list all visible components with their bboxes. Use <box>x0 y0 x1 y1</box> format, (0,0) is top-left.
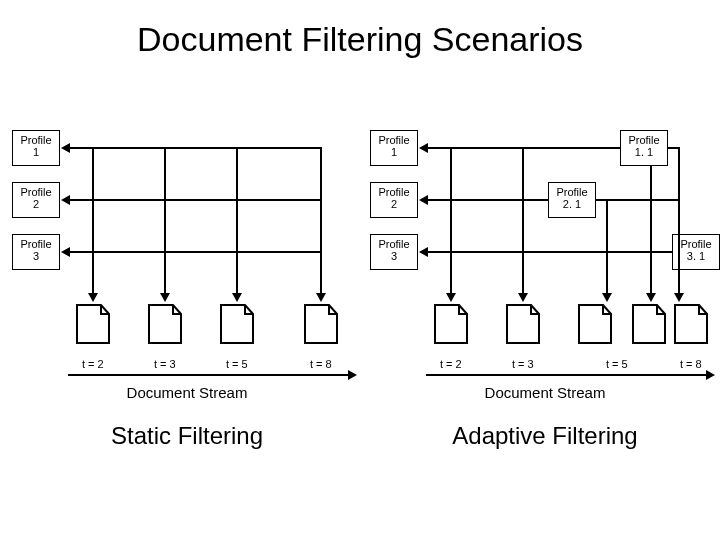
arrow-head <box>316 293 326 302</box>
static-filtering-label: Static Filtering <box>12 422 362 450</box>
connector <box>428 147 620 149</box>
connector <box>236 147 238 293</box>
time-label: t = 8 <box>680 358 702 370</box>
arrow-head <box>88 293 98 302</box>
time-label: t = 2 <box>440 358 462 370</box>
arrow-head <box>348 370 357 380</box>
arrow-head <box>706 370 715 380</box>
static-filtering-panel: Profile1 Profile2 Profile3 t = 2 t = 3 t… <box>12 130 362 490</box>
arrow-head <box>419 195 428 205</box>
time-label: t = 5 <box>226 358 248 370</box>
adaptive-filtering-label: Adaptive Filtering <box>370 422 720 450</box>
document-icon <box>506 304 540 344</box>
time-label: t = 3 <box>154 358 176 370</box>
profile-2-box: Profile2 <box>370 182 418 218</box>
time-axis <box>68 374 348 376</box>
document-icon <box>148 304 182 344</box>
connector <box>70 147 322 149</box>
profile-3-box: Profile3 <box>12 234 60 270</box>
arrow-head <box>446 293 456 302</box>
time-label: t = 8 <box>310 358 332 370</box>
document-icon <box>674 304 708 344</box>
arrow-head <box>646 293 656 302</box>
connector <box>522 147 524 293</box>
connector <box>678 147 680 293</box>
connector <box>320 147 322 293</box>
document-stream-label: Document Stream <box>12 384 362 401</box>
document-stream-label: Document Stream <box>370 384 720 401</box>
arrow-head <box>61 195 70 205</box>
document-icon <box>220 304 254 344</box>
adaptive-filtering-panel: Profile1 Profile2 Profile3 Profile1. 1 P… <box>370 130 720 490</box>
connector <box>428 251 672 253</box>
connector <box>596 199 680 201</box>
time-label: t = 3 <box>512 358 534 370</box>
document-icon <box>578 304 612 344</box>
arrow-head <box>61 247 70 257</box>
profile-1-box: Profile1 <box>370 130 418 166</box>
arrow-head <box>518 293 528 302</box>
arrow-head <box>61 143 70 153</box>
arrow-head <box>602 293 612 302</box>
connector <box>92 147 94 293</box>
document-icon <box>632 304 666 344</box>
connector <box>450 147 452 293</box>
arrow-head <box>419 247 428 257</box>
time-axis <box>426 374 706 376</box>
document-icon <box>76 304 110 344</box>
connector <box>606 199 608 293</box>
profile-1-1-box: Profile1. 1 <box>620 130 668 166</box>
time-label: t = 2 <box>82 358 104 370</box>
slide-title: Document Filtering Scenarios <box>0 20 720 59</box>
arrow-head <box>160 293 170 302</box>
arrow-head <box>232 293 242 302</box>
connector <box>650 166 652 293</box>
arrow-head <box>419 143 428 153</box>
document-icon <box>434 304 468 344</box>
connector <box>70 199 322 201</box>
profile-1-box: Profile1 <box>12 130 60 166</box>
connector <box>164 147 166 293</box>
connector <box>70 251 322 253</box>
arrow-head <box>674 293 684 302</box>
profile-2-1-box: Profile2. 1 <box>548 182 596 218</box>
profile-2-box: Profile2 <box>12 182 60 218</box>
connector <box>428 199 548 201</box>
profile-3-box: Profile3 <box>370 234 418 270</box>
document-icon <box>304 304 338 344</box>
time-label: t = 5 <box>606 358 628 370</box>
